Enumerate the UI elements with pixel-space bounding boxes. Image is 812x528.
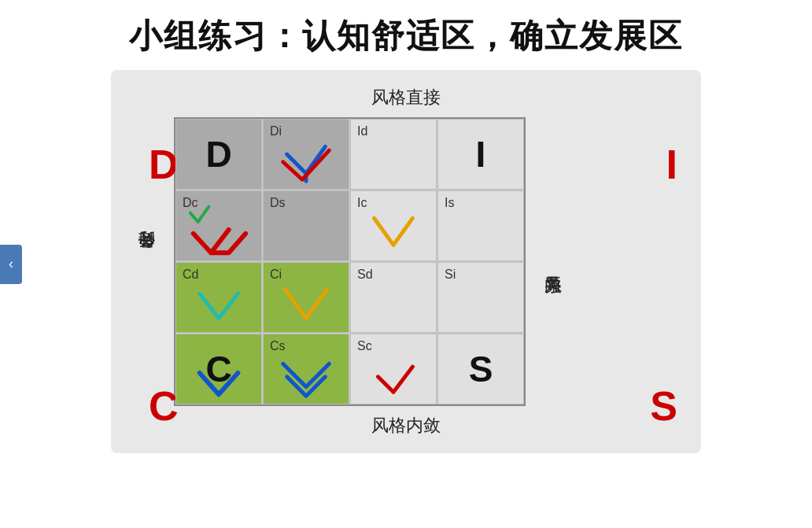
cell-Cd: Cd	[175, 262, 262, 333]
cell-C: C	[175, 334, 262, 404]
cell-Ci: Ci	[263, 262, 349, 333]
cell-S-text: S	[469, 348, 493, 390]
cell-Cs-label: Cs	[270, 339, 286, 353]
cell-Si-label: Si	[445, 268, 456, 282]
nav-back-button[interactable]: ‹	[0, 245, 22, 284]
cell-Ic-label: Ic	[357, 196, 367, 210]
cell-C-text: C	[205, 348, 231, 390]
page-title: 小组练习：认知舒适区，确立发展区	[0, 0, 812, 66]
main-layout: D I C S 风格直接 任务导向 D Di	[0, 66, 812, 453]
cell-Sd-label: Sd	[357, 268, 373, 282]
cell-Is-label: Is	[445, 196, 454, 210]
cell-Sc: Sc	[350, 334, 437, 404]
cell-Ds: Ds	[263, 190, 349, 261]
diagram-row: 任务导向 D Di Id	[135, 117, 677, 406]
grid: D Di Id I	[174, 117, 526, 406]
label-top: 风格直接	[371, 86, 441, 109]
cell-S: S	[437, 334, 524, 404]
cell-Ic: Ic	[350, 190, 437, 261]
cell-D: D	[175, 119, 262, 190]
label-bottom: 风格内敛	[371, 414, 441, 438]
cell-Is: Is	[437, 190, 524, 261]
corner-label-I: I	[666, 141, 677, 188]
cell-Id-label: Id	[357, 124, 367, 138]
cell-Si: Si	[437, 262, 524, 333]
cell-I-text: I	[476, 133, 486, 175]
corner-label-C: C	[149, 382, 179, 430]
cell-Cs: Cs	[263, 334, 349, 404]
cell-I: I	[437, 119, 524, 190]
cell-Ds-label: Ds	[270, 196, 286, 210]
corner-label-D: D	[149, 141, 179, 188]
corner-label-S: S	[650, 382, 677, 430]
cell-Dc: Dc	[175, 190, 262, 261]
cell-D-text: D	[205, 133, 231, 175]
cell-Dc-label: Dc	[183, 196, 198, 210]
diagram-wrapper: D I C S 风格直接 任务导向 D Di	[111, 70, 701, 453]
cell-Ci-label: Ci	[270, 268, 282, 282]
cell-Id: Id	[350, 119, 437, 190]
cell-Sd: Sd	[350, 262, 437, 333]
cell-Di-label: Di	[270, 124, 282, 138]
cell-Cd-label: Cd	[183, 268, 198, 282]
cell-Sc-label: Sc	[357, 339, 372, 353]
cell-Di: Di	[263, 119, 349, 190]
